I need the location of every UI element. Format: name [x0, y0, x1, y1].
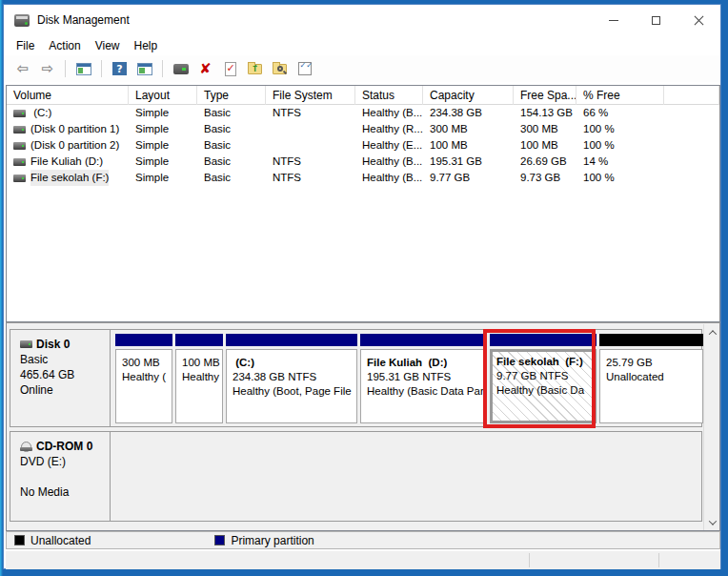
- cell-free-space: 154.13 GB: [514, 105, 576, 121]
- partition-block[interactable]: File sekolah (F:)9.77 GB NTFSHealthy (Ba…: [490, 334, 597, 423]
- forward-icon[interactable]: ⇨: [38, 60, 56, 78]
- volume-drive-icon: [13, 142, 26, 150]
- cell-pct-free: 14 %: [576, 154, 664, 170]
- disk-0-name: Disk 0: [36, 337, 70, 352]
- partition-color-band: [599, 334, 703, 346]
- cell-free-space: 100 MB: [514, 137, 576, 154]
- maximize-button[interactable]: [635, 5, 677, 35]
- cell-capacity: 300 MB: [423, 121, 514, 137]
- volume-row[interactable]: File Kuliah (D:)SimpleBasicNTFSHealthy (…: [7, 154, 719, 170]
- help-icon[interactable]: ?: [111, 60, 129, 78]
- cell-file-system: NTFS: [266, 105, 355, 121]
- cell-status: Healthy (B...: [355, 105, 423, 121]
- cell-capacity: 9.77 GB: [423, 170, 514, 186]
- show-action-pane-icon[interactable]: [135, 60, 153, 78]
- scroll-down-button[interactable]: [704, 514, 720, 530]
- volume-name: (C:): [30, 105, 51, 121]
- column-header-capacity[interactable]: Capacity: [423, 86, 514, 105]
- volume-name-cell[interactable]: (C:): [7, 105, 129, 121]
- toolbar-separator: [65, 60, 66, 77]
- volume-row[interactable]: (C:)SimpleBasicNTFSHealthy (B...234.38 G…: [7, 105, 719, 121]
- legend-color-swatch: [14, 535, 25, 545]
- cdrom-0-info[interactable]: CD-ROM 0 DVD (E:) No Media: [10, 432, 111, 521]
- menu-action[interactable]: Action: [49, 39, 80, 52]
- explore-folder-icon[interactable]: [271, 60, 289, 78]
- disk-0-info[interactable]: Disk 0 Basic 465.64 GB Online: [10, 330, 111, 426]
- column-header-volume[interactable]: Volume: [7, 86, 129, 105]
- check-document-icon[interactable]: ✓: [221, 60, 239, 78]
- column-header-free[interactable]: % Free: [576, 86, 664, 105]
- menu-bar: File Action View Help: [4, 35, 720, 55]
- disk-0-row: Disk 0 Basic 465.64 GB Online 300 MBHeal…: [10, 329, 702, 427]
- close-button[interactable]: [677, 5, 720, 35]
- disk-0-size: 465.64 GB: [20, 367, 110, 382]
- legend-label: Primary partition: [231, 534, 313, 547]
- partition-body: 100 MBHealthy (: [175, 349, 223, 423]
- partition-name: File sekolah (F:): [496, 355, 594, 369]
- title-bar[interactable]: Disk Management: [4, 5, 720, 35]
- volume-row[interactable]: File sekolah (F:)SimpleBasicNTFSHealthy …: [7, 170, 719, 186]
- desktop-background: Disk Management File Action View Help ⇦ …: [0, 0, 728, 576]
- partition-detail-line: Healthy (: [122, 370, 172, 384]
- vertical-scrollbar[interactable]: [703, 324, 720, 530]
- legend-item: Primary partition: [214, 534, 313, 547]
- partition-color-band: [175, 334, 223, 346]
- partition-color-band: [226, 334, 357, 346]
- status-bar: [6, 551, 720, 569]
- volume-row[interactable]: (Disk 0 partition 1)SimpleBasicHealthy (…: [7, 121, 719, 137]
- partition-block[interactable]: File Kuliah (D:)195.31 GB NTFSHealthy (B…: [360, 334, 487, 423]
- volume-name-cell[interactable]: (Disk 0 partition 2): [7, 137, 129, 154]
- show-console-tree-icon[interactable]: [74, 60, 92, 78]
- volume-drive-icon: [13, 126, 26, 134]
- properties-list-icon[interactable]: ✓✓: [295, 60, 313, 78]
- partition-detail-line: 9.77 GB NTFS: [496, 369, 594, 383]
- partition-body: 300 MBHealthy (: [115, 349, 172, 423]
- volume-drive-icon: [13, 175, 26, 182]
- minimize-button[interactable]: [592, 5, 635, 35]
- volume-name-cell[interactable]: File Kuliah (D:): [7, 154, 129, 170]
- cell-pct-free: 66 %: [576, 105, 664, 121]
- partition-unallocated[interactable]: 25.79 GBUnallocated: [599, 334, 703, 423]
- delete-volume-icon[interactable]: ✘: [196, 60, 214, 78]
- volume-name-cell[interactable]: (Disk 0 partition 1): [7, 121, 129, 137]
- volume-list-body: (C:)SimpleBasicNTFSHealthy (B...234.38 G…: [7, 105, 719, 186]
- menu-view[interactable]: View: [95, 39, 120, 52]
- column-header-file-system[interactable]: File System: [266, 86, 355, 105]
- cell-status: Healthy (R...: [355, 121, 423, 137]
- menu-file[interactable]: File: [16, 39, 34, 52]
- column-header-type[interactable]: Type: [197, 86, 266, 105]
- partition-body: (C:)234.38 GB NTFSHealthy (Boot, Page Fi…: [226, 349, 357, 423]
- column-header-status[interactable]: Status: [355, 86, 423, 105]
- partition-detail-line: Healthy (Boot, Page File: [233, 384, 356, 399]
- window-title: Disk Management: [37, 13, 130, 27]
- column-header-layout[interactable]: Layout: [129, 86, 197, 105]
- partition-block[interactable]: (C:)234.38 GB NTFSHealthy (Boot, Page Fi…: [226, 334, 357, 423]
- disk-management-window: Disk Management File Action View Help ⇦ …: [3, 4, 721, 569]
- volume-row[interactable]: (Disk 0 partition 2)SimpleBasicHealthy (…: [7, 137, 719, 154]
- volume-name: (Disk 0 partition 1): [30, 121, 119, 137]
- partition-detail-line: 100 MB: [182, 356, 222, 370]
- open-folder-icon[interactable]: ↑: [246, 60, 264, 78]
- cdrom-0-row: CD-ROM 0 DVD (E:) No Media: [10, 431, 702, 522]
- cell-status: Healthy (B...: [355, 154, 423, 170]
- volume-name-cell[interactable]: File sekolah (F:): [7, 170, 129, 186]
- cell-layout: Simple: [129, 137, 197, 154]
- partition-block[interactable]: 300 MBHealthy (: [115, 334, 172, 423]
- toolbar: ⇦ ⇨ ? ✘ ✓ ↑ ✓✓: [4, 55, 720, 82]
- partition-block[interactable]: 100 MBHealthy (: [175, 334, 223, 423]
- volume-drive-icon: [13, 110, 26, 117]
- popup-window-icon[interactable]: [172, 60, 190, 78]
- column-header-free-spa[interactable]: Free Spa...: [514, 86, 576, 105]
- legend-item: Unallocated: [14, 534, 91, 547]
- disk-0-type: Basic: [20, 352, 110, 367]
- menu-help[interactable]: Help: [134, 39, 158, 52]
- disk-graph-pane: Disk 0 Basic 465.64 GB Online 300 MBHeal…: [6, 322, 720, 531]
- cell-layout: Simple: [129, 105, 197, 121]
- volume-name: File Kuliah (D:): [30, 154, 103, 170]
- scroll-up-button[interactable]: [704, 324, 720, 340]
- partition-color-band: [360, 334, 487, 346]
- partition-detail-line: 25.79 GB: [606, 356, 702, 370]
- cell-file-system: NTFS: [266, 154, 355, 170]
- partition-detail-line: 234.38 GB NTFS: [233, 370, 356, 384]
- back-icon[interactable]: ⇦: [13, 60, 31, 78]
